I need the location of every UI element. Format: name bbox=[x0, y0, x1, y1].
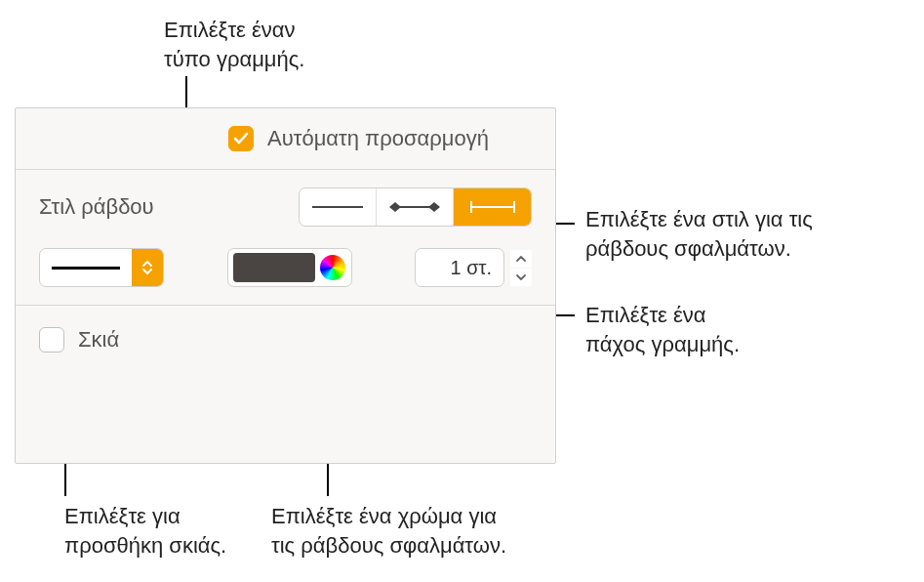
shadow-label: Σκιά bbox=[78, 327, 119, 353]
error-bars-panel: Αυτόματη προσαρμογή Στιλ ράβδου bbox=[15, 107, 556, 464]
bar-style-segmented bbox=[299, 187, 532, 227]
callout-bar-style: Επιλέξτε ένα στιλ για τις ράβδους σφαλμά… bbox=[585, 205, 813, 263]
dropdown-arrows bbox=[132, 249, 163, 286]
line-type-preview bbox=[40, 267, 132, 270]
thickness-stepper: 1 στ. bbox=[415, 248, 532, 287]
auto-adjust-checkbox[interactable] bbox=[228, 126, 254, 151]
chevron-up-down-icon bbox=[140, 260, 155, 275]
svg-marker-3 bbox=[428, 202, 440, 212]
auto-adjust-row: Αυτόματη προσαρμογή bbox=[228, 126, 532, 151]
bar-style-option-plain[interactable] bbox=[300, 188, 377, 226]
thickness-step-up[interactable] bbox=[510, 250, 532, 268]
shadow-checkbox[interactable] bbox=[39, 327, 64, 353]
bar-flatcap-icon bbox=[463, 198, 522, 216]
callout-thickness: Επιλέξτε ένα πάχος γραμμής. bbox=[585, 301, 740, 358]
bar-style-label: Στιλ ράβδου bbox=[39, 194, 154, 220]
check-icon bbox=[232, 130, 250, 147]
bar-diamond-icon bbox=[385, 198, 444, 216]
callout-color: Επιλέξτε ένα χρώμα για τις ράβδους σφαλμ… bbox=[271, 502, 506, 560]
callout-line-type: Επιλέξτε έναν τύπο γραμμής. bbox=[164, 16, 304, 73]
thickness-step-down[interactable] bbox=[510, 269, 532, 286]
color-swatch bbox=[233, 253, 315, 282]
auto-adjust-label: Αυτόματη προσαρμογή bbox=[267, 126, 489, 151]
svg-marker-2 bbox=[389, 202, 401, 212]
color-wheel-icon bbox=[320, 255, 345, 280]
color-well[interactable] bbox=[227, 248, 352, 287]
bar-plain-icon bbox=[308, 198, 367, 216]
chevron-down-icon bbox=[515, 272, 527, 282]
bar-style-option-diamond-caps[interactable] bbox=[377, 188, 454, 226]
chevron-up-icon bbox=[515, 254, 527, 264]
line-type-dropdown[interactable] bbox=[39, 248, 164, 287]
thickness-field[interactable]: 1 στ. bbox=[415, 248, 504, 287]
line-sample-icon bbox=[52, 267, 120, 270]
shadow-row: Σκιά bbox=[39, 327, 532, 353]
callout-shadow: Επιλέξτε για προσθήκη σκιάς. bbox=[64, 502, 226, 560]
bar-style-option-flat-caps[interactable] bbox=[454, 188, 531, 226]
